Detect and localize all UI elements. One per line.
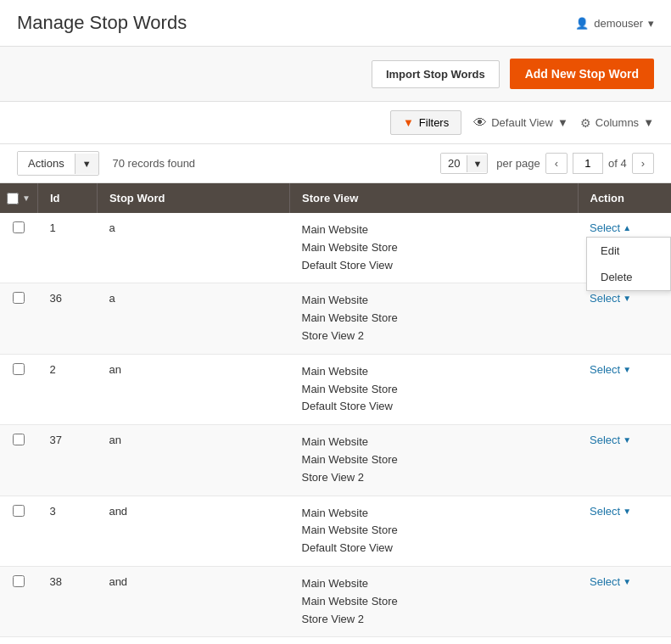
cell-store-view: Main WebsiteMain Website StoreStore View… [290, 283, 578, 354]
records-found: 70 records found [113, 157, 427, 170]
username: demouser [594, 17, 643, 30]
row-checkbox-cell [0, 354, 37, 424]
filters-label: Filters [419, 116, 449, 129]
row-checkbox[interactable] [13, 575, 25, 587]
th-action: Action [578, 183, 671, 213]
cell-action: Select ▼ [578, 637, 671, 644]
table-row: 38andMain WebsiteMain Website StoreStore… [0, 566, 671, 636]
actions-label[interactable]: Actions [18, 152, 75, 175]
toolbar-top: Import Stop Words Add New Stop Word [0, 47, 671, 102]
action-select-button[interactable]: Select ▼ [590, 434, 631, 446]
stop-words-table: ▼ Id Stop Word Store View Action 1aMain … [0, 183, 671, 644]
cell-stop-word: are [97, 637, 289, 644]
table-row: 4areMain WebsiteMain Website StoreDefaul… [0, 637, 671, 644]
total-pages: of 4 [608, 157, 627, 170]
filter-icon: ▼ [403, 116, 414, 129]
row-checkbox[interactable] [13, 505, 25, 517]
action-select-button[interactable]: Select ▼ [590, 292, 631, 305]
th-checkbox: ▼ [0, 183, 37, 213]
select-label: Select [590, 221, 620, 234]
row-checkbox-cell [0, 496, 37, 566]
cell-id: 2 [37, 354, 97, 424]
columns-label: Columns [596, 116, 639, 129]
columns-selector[interactable]: ⚙ Columns ▼ [580, 116, 654, 130]
cell-id: 4 [37, 637, 97, 644]
user-dropdown-icon: ▾ [648, 17, 654, 30]
table-row: 37anMain WebsiteMain Website StoreStore … [0, 425, 671, 496]
select-arrow-icon: ▼ [623, 507, 631, 516]
view-label: Default View [491, 116, 553, 129]
import-button[interactable]: Import Stop Words [372, 60, 500, 88]
row-checkbox[interactable] [13, 221, 25, 233]
actions-bar: Actions ▼ 70 records found 20 ▼ per page… [0, 144, 671, 183]
cell-store-view: Main WebsiteMain Website StoreStore View… [290, 425, 578, 496]
action-select-button[interactable]: Select ▼ [590, 575, 631, 588]
table-row: 1aMain WebsiteMain Website StoreDefault … [0, 213, 671, 283]
cell-store-view: Main WebsiteMain Website StoreDefault St… [290, 354, 578, 424]
cell-id: 1 [37, 213, 97, 283]
row-checkbox[interactable] [13, 292, 25, 304]
dropdown-item-delete[interactable]: Delete [587, 264, 670, 290]
cell-action: Select ▼ [578, 283, 671, 354]
next-page-button[interactable]: › [632, 153, 654, 174]
user-menu[interactable]: 👤 demouser ▾ [575, 17, 654, 30]
gear-icon: ⚙ [580, 116, 591, 130]
cell-store-view: Main WebsiteMain Website StoreDefault St… [290, 213, 578, 283]
cell-action: Select ▼ [578, 496, 671, 566]
action-dropdown-menu: EditDelete [586, 237, 671, 291]
header-checkbox-dropdown[interactable]: ▼ [22, 193, 31, 203]
cell-store-view: Main WebsiteMain Website StoreDefault St… [290, 496, 578, 566]
cell-stop-word: a [97, 213, 289, 283]
select-label: Select [590, 575, 620, 588]
dropdown-item-edit[interactable]: Edit [587, 238, 670, 264]
user-icon: 👤 [575, 17, 589, 30]
action-select-button[interactable]: Select ▼ [590, 363, 631, 376]
filters-bar: ▼ Filters 👁 Default View ▼ ⚙ Columns ▼ [0, 102, 671, 144]
table-header-row: ▼ Id Stop Word Store View Action [0, 183, 671, 213]
th-stop-word: Stop Word [97, 183, 289, 213]
cell-stop-word: and [97, 496, 289, 566]
row-checkbox-cell [0, 637, 37, 644]
action-select-button[interactable]: Select ▼ [590, 505, 631, 518]
select-label: Select [590, 434, 620, 446]
per-page-label: per page [496, 157, 540, 170]
add-new-stop-word-button[interactable]: Add New Stop Word [510, 59, 654, 89]
row-checkbox-cell [0, 213, 37, 283]
cell-stop-word: an [97, 425, 289, 496]
row-checkbox-cell [0, 425, 37, 496]
cell-id: 38 [37, 566, 97, 636]
actions-dropdown[interactable]: Actions ▼ [17, 151, 99, 176]
columns-dropdown-icon: ▼ [643, 116, 654, 129]
page-title: Manage Stop Words [17, 12, 187, 34]
row-checkbox[interactable] [13, 363, 25, 375]
table-row: 2anMain WebsiteMain Website StoreDefault… [0, 354, 671, 424]
select-arrow-icon: ▼ [623, 365, 631, 374]
cell-store-view: Main WebsiteMain Website StoreStore View… [290, 566, 578, 636]
cell-stop-word: an [97, 354, 289, 424]
row-checkbox[interactable] [13, 434, 25, 445]
cell-id: 3 [37, 496, 97, 566]
cell-action: Select ▼ [578, 425, 671, 496]
view-selector[interactable]: 👁 Default View ▼ [473, 115, 568, 131]
action-select-button[interactable]: Select ▲ [590, 221, 631, 234]
select-arrow-icon: ▲ [623, 223, 631, 232]
view-dropdown-icon: ▼ [557, 116, 568, 129]
eye-icon: 👁 [473, 115, 487, 131]
select-label: Select [590, 292, 620, 305]
actions-dropdown-arrow[interactable]: ▼ [75, 154, 98, 174]
cell-id: 37 [37, 425, 97, 496]
cell-action: Select ▲EditDelete [578, 213, 671, 283]
th-store-view: Store View [290, 183, 578, 213]
select-arrow-icon: ▼ [623, 435, 631, 445]
prev-page-button[interactable]: ‹ [545, 153, 568, 174]
cell-stop-word: a [97, 283, 289, 354]
select-label: Select [590, 363, 620, 376]
filters-button[interactable]: ▼ Filters [390, 110, 461, 135]
cell-action: Select ▼ [578, 354, 671, 424]
per-page-select[interactable]: 20 ▼ [440, 153, 488, 174]
current-page-input[interactable] [573, 153, 603, 174]
pagination-controls: 20 ▼ per page ‹ of 4 › [440, 153, 654, 174]
table-row: 36aMain WebsiteMain Website StoreStore V… [0, 283, 671, 354]
select-all-checkbox[interactable] [7, 193, 19, 204]
per-page-arrow[interactable]: ▼ [467, 155, 487, 172]
